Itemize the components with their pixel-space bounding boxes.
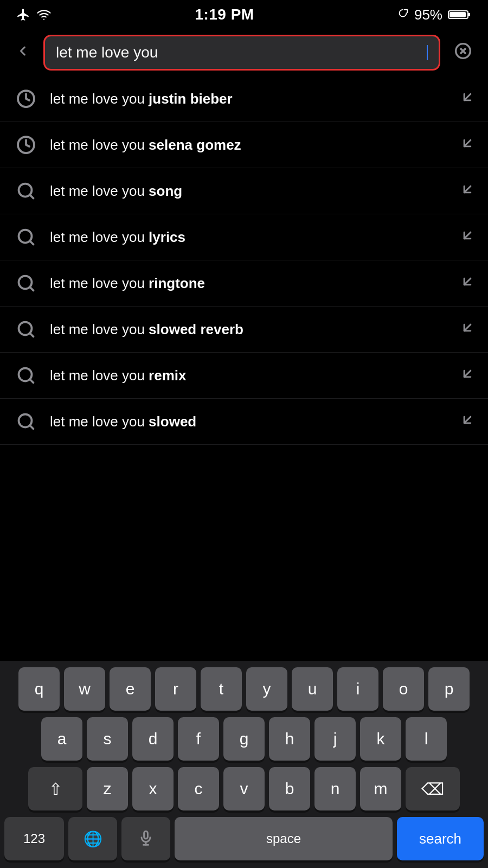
key-y[interactable]: y bbox=[246, 667, 287, 711]
suggestion-text-2: let me love you selena gomez bbox=[50, 137, 460, 154]
key-n[interactable]: n bbox=[314, 767, 356, 810]
suggestion-text-7: let me love you remix bbox=[50, 367, 460, 384]
search-box[interactable]: let me love you bbox=[43, 35, 440, 71]
key-numbers[interactable]: 123 bbox=[4, 817, 64, 860]
suggestion-text-6: let me love you slowed reverb bbox=[50, 321, 460, 338]
key-k[interactable]: k bbox=[360, 717, 401, 761]
key-o[interactable]: o bbox=[383, 667, 424, 711]
suggestion-arrow-3 bbox=[460, 182, 475, 201]
suggestion-arrow-7 bbox=[460, 366, 475, 385]
suggestion-bold-6: slowed reverb bbox=[149, 321, 243, 337]
key-delete[interactable]: ⌫ bbox=[406, 767, 460, 810]
back-button[interactable] bbox=[11, 41, 35, 65]
suggestion-bold-5: ringtone bbox=[149, 275, 205, 291]
suggestion-text-1: let me love you justin bieber bbox=[50, 91, 460, 107]
suggestion-item-2[interactable]: let me love you selena gomez bbox=[0, 122, 488, 168]
suggestion-bold-1: justin bieber bbox=[149, 91, 233, 107]
svg-line-10 bbox=[464, 140, 471, 146]
suggestion-bold-3: song bbox=[149, 183, 182, 199]
search-icon-4 bbox=[13, 224, 39, 250]
svg-rect-3 bbox=[450, 12, 466, 17]
key-j[interactable]: j bbox=[314, 717, 356, 761]
key-h[interactable]: h bbox=[269, 717, 310, 761]
svg-line-19 bbox=[464, 278, 471, 285]
search-input[interactable]: let me love you bbox=[56, 44, 426, 61]
svg-line-27 bbox=[30, 425, 34, 429]
key-g[interactable]: g bbox=[223, 717, 265, 761]
key-x[interactable]: x bbox=[132, 767, 174, 810]
key-u[interactable]: u bbox=[292, 667, 333, 711]
key-r[interactable]: r bbox=[155, 667, 196, 711]
key-shift[interactable]: ⇧ bbox=[28, 767, 82, 810]
suggestion-item-6[interactable]: let me love you slowed reverb bbox=[0, 307, 488, 353]
search-icon-3 bbox=[13, 178, 39, 204]
cursor bbox=[427, 45, 428, 60]
magnifier-icon-7 bbox=[16, 366, 36, 385]
battery-icon bbox=[448, 8, 472, 22]
svg-line-25 bbox=[464, 371, 471, 377]
key-search[interactable]: search bbox=[397, 817, 484, 860]
suggestion-item-8[interactable]: let me love you slowed bbox=[0, 399, 488, 445]
key-w[interactable]: w bbox=[64, 667, 105, 711]
key-v[interactable]: v bbox=[223, 767, 265, 810]
key-f[interactable]: f bbox=[178, 717, 219, 761]
suggestion-arrow-5 bbox=[460, 274, 475, 293]
key-p[interactable]: p bbox=[428, 667, 470, 711]
suggestion-text-5: let me love you ringtone bbox=[50, 275, 460, 292]
key-z[interactable]: z bbox=[87, 767, 128, 810]
history-icon-1 bbox=[13, 86, 39, 112]
clock-icon bbox=[16, 89, 36, 108]
keyboard: q w e r t y u i o p a s d f g h j k l ⇧ … bbox=[0, 661, 488, 868]
magnifier-icon-4 bbox=[16, 227, 36, 247]
key-m[interactable]: m bbox=[360, 767, 401, 810]
status-left bbox=[16, 8, 52, 22]
suggestion-item-3[interactable]: let me love you song bbox=[0, 168, 488, 214]
svg-line-15 bbox=[30, 241, 34, 245]
key-space[interactable]: space bbox=[175, 817, 393, 860]
suggestions-list: let me love you justin bieber let me lov… bbox=[0, 76, 488, 445]
keyboard-row-4: 123 🌐 space search bbox=[4, 817, 484, 860]
wifi-icon bbox=[36, 8, 52, 22]
key-globe[interactable]: 🌐 bbox=[68, 817, 117, 860]
status-right: 95% bbox=[397, 7, 472, 23]
keyboard-row-1: q w e r t y u i o p bbox=[4, 667, 484, 711]
key-e[interactable]: e bbox=[110, 667, 151, 711]
clock-icon-2 bbox=[16, 135, 36, 155]
suggestion-bold-2: selena gomez bbox=[149, 137, 241, 153]
search-icon-5 bbox=[13, 270, 39, 296]
key-a[interactable]: a bbox=[41, 717, 82, 761]
magnifier-icon-8 bbox=[16, 412, 36, 431]
search-icon-8 bbox=[13, 409, 39, 435]
key-b[interactable]: b bbox=[269, 767, 310, 810]
suggestion-item-4[interactable]: let me love you lyrics bbox=[0, 214, 488, 260]
airplane-icon bbox=[16, 8, 30, 22]
suggestion-arrow-1 bbox=[460, 90, 475, 108]
magnifier-icon-6 bbox=[16, 320, 36, 339]
key-t[interactable]: t bbox=[201, 667, 242, 711]
key-i[interactable]: i bbox=[337, 667, 378, 711]
keyboard-row-3: ⇧ z x c v b n m ⌫ bbox=[4, 767, 484, 810]
suggestion-item-7[interactable]: let me love you remix bbox=[0, 353, 488, 399]
svg-rect-29 bbox=[144, 831, 148, 839]
suggestion-item-1[interactable]: let me love you justin bieber bbox=[0, 76, 488, 122]
key-c[interactable]: c bbox=[178, 767, 219, 810]
orientation-lock-icon bbox=[397, 8, 409, 22]
suggestion-arrow-8 bbox=[460, 412, 475, 431]
svg-line-22 bbox=[464, 324, 471, 331]
suggestion-text-4: let me love you lyrics bbox=[50, 229, 460, 246]
magnifier-icon-5 bbox=[16, 273, 36, 293]
suggestion-arrow-2 bbox=[460, 136, 475, 155]
key-mic[interactable] bbox=[121, 817, 170, 860]
suggestion-item-5[interactable]: let me love you ringtone bbox=[0, 260, 488, 307]
key-d[interactable]: d bbox=[132, 717, 174, 761]
suggestion-bold-4: lyrics bbox=[149, 229, 185, 245]
key-s[interactable]: s bbox=[87, 717, 128, 761]
key-l[interactable]: l bbox=[406, 717, 447, 761]
suggestion-arrow-6 bbox=[460, 320, 475, 339]
suggestion-bold-7: remix bbox=[149, 367, 186, 384]
suggestion-arrow-4 bbox=[460, 228, 475, 247]
key-q[interactable]: q bbox=[18, 667, 60, 711]
clear-button[interactable] bbox=[449, 40, 477, 66]
keyboard-row-2: a s d f g h j k l bbox=[4, 717, 484, 761]
mic-icon bbox=[138, 830, 153, 847]
